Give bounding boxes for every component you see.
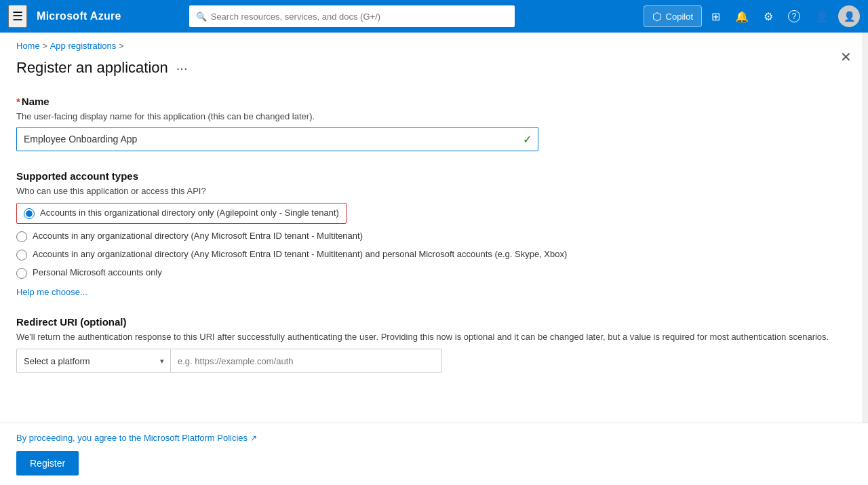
account-types-section: Supported account types Who can use this… [16, 170, 846, 297]
help-icon: ? [788, 10, 800, 22]
policy-text: By proceeding, you agree to the Microsof… [16, 433, 248, 443]
brand-name: Microsoft Azure [37, 10, 121, 22]
account-type-label-2: Accounts in any organizational directory… [33, 231, 363, 241]
help-me-choose-link[interactable]: Help me choose... [16, 287, 87, 297]
help-button[interactable]: ? [783, 7, 806, 25]
top-navigation: ☰ Microsoft Azure 🔍 ⬡ Copilot ⊞ 🔔 ⚙ ? 👤 … [0, 0, 868, 33]
more-options-button[interactable]: ··· [176, 60, 188, 76]
copilot-label: Copilot [666, 12, 693, 22]
account-type-radio-1[interactable] [24, 208, 35, 219]
scrollbar[interactable] [863, 33, 868, 485]
content-wrapper: Home > App registrations > Register an a… [0, 33, 868, 485]
copilot-button[interactable]: ⬡ Copilot [644, 5, 702, 27]
breadcrumb-sep-2: > [119, 41, 123, 51]
account-types-title: Supported account types [16, 170, 846, 182]
name-input-wrapper: ✓ [16, 127, 538, 151]
breadcrumb-home[interactable]: Home [16, 41, 40, 51]
redirect-uri-inputs: Select a platform Web Single-page applic… [16, 349, 846, 373]
name-label: Name [22, 96, 50, 107]
portal-icon-button[interactable]: ⊞ [706, 7, 726, 26]
policy-wrapper: By proceeding, you agree to the Microsof… [16, 433, 852, 443]
required-star: * [16, 96, 20, 107]
platform-select-wrapper: Select a platform Web Single-page applic… [16, 349, 171, 373]
copilot-icon: ⬡ [652, 10, 662, 23]
hamburger-menu-button[interactable]: ☰ [8, 5, 27, 28]
feedback-button[interactable]: 👤 [810, 7, 834, 26]
portal-icon: ⊞ [711, 10, 720, 23]
app-name-input[interactable] [16, 127, 538, 151]
settings-button[interactable]: ⚙ [758, 7, 778, 26]
bottom-bar: By proceeding, you agree to the Microsof… [0, 423, 868, 485]
account-type-label-1: Accounts in this organizational director… [40, 208, 339, 218]
account-type-label-3: Accounts in any organizational directory… [33, 249, 567, 259]
search-icon: 🔍 [196, 12, 207, 22]
policy-link[interactable]: By proceeding, you agree to the Microsof… [16, 433, 852, 443]
scroll-area: Home > App registrations > Register an a… [0, 33, 863, 485]
search-input[interactable] [211, 12, 508, 22]
breadcrumb: Home > App registrations > [16, 41, 846, 51]
platform-select[interactable]: Select a platform Web Single-page applic… [16, 349, 171, 373]
name-section: *Name The user-facing display name for t… [16, 96, 846, 151]
account-type-option-1[interactable]: Accounts in this organizational director… [16, 203, 347, 224]
bell-icon: 🔔 [735, 10, 749, 23]
settings-icon: ⚙ [764, 10, 773, 23]
close-button[interactable]: ✕ [840, 49, 852, 65]
check-icon: ✓ [523, 133, 532, 146]
external-link-icon: ↗ [250, 433, 257, 443]
page-title: Register an application [16, 59, 168, 77]
search-bar: 🔍 [189, 5, 515, 27]
account-types-radio-group: Accounts in this organizational director… [16, 203, 846, 279]
who-description: Who can use this application or access t… [16, 186, 846, 196]
register-button[interactable]: Register [16, 451, 79, 476]
page-header: Register an application ··· [16, 59, 846, 77]
account-type-label-4: Personal Microsoft accounts only [33, 267, 162, 277]
breadcrumb-sep-1: > [43, 41, 47, 51]
account-type-radio-4[interactable] [16, 268, 27, 279]
redirect-uri-title: Redirect URI (optional) [16, 316, 846, 328]
redirect-uri-input[interactable] [171, 349, 442, 373]
breadcrumb-app-registrations[interactable]: App registrations [50, 41, 117, 51]
feedback-icon: 👤 [815, 10, 829, 23]
top-nav-actions: ⬡ Copilot ⊞ 🔔 ⚙ ? 👤 👤 [644, 5, 860, 27]
account-type-radio-3[interactable] [16, 250, 27, 260]
account-type-option-3[interactable]: Accounts in any organizational directory… [16, 249, 846, 260]
notifications-button[interactable]: 🔔 [730, 7, 754, 26]
avatar-initials: 👤 [844, 11, 855, 22]
account-type-radio-2[interactable] [16, 231, 27, 242]
avatar[interactable]: 👤 [838, 5, 860, 27]
account-type-option-2[interactable]: Accounts in any organizational directory… [16, 231, 846, 242]
name-section-title: *Name [16, 96, 846, 107]
account-type-option-4[interactable]: Personal Microsoft accounts only [16, 267, 846, 279]
redirect-uri-description: We'll return the authentication response… [16, 332, 846, 342]
redirect-uri-section: Redirect URI (optional) We'll return the… [16, 316, 846, 373]
name-description: The user-facing display name for this ap… [16, 111, 846, 121]
